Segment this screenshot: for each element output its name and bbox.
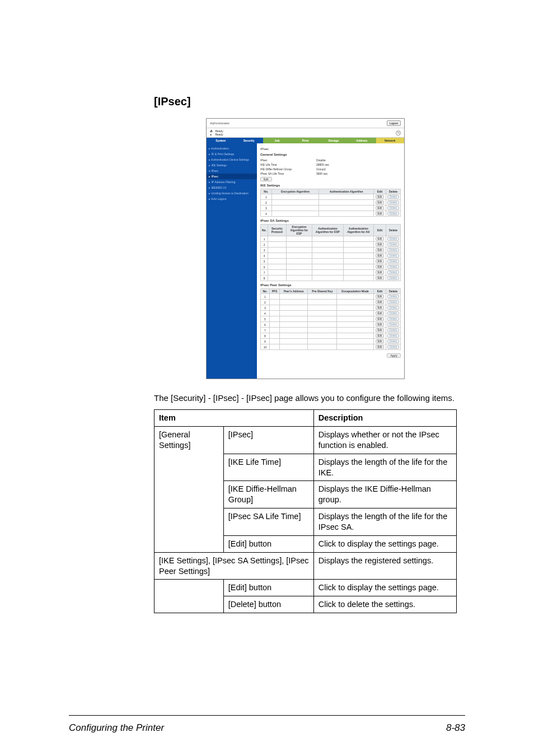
table-cell: Delete: [386, 236, 400, 242]
th-item: Item: [154, 410, 314, 427]
table-cell: [319, 206, 374, 211]
row-delete-button[interactable]: Delete: [387, 345, 399, 349]
row-delete-button[interactable]: Delete: [387, 339, 399, 343]
row-edit-button[interactable]: Edit: [376, 311, 385, 315]
row-edit-button[interactable]: Edit: [376, 206, 385, 210]
row-delete-button[interactable]: Delete: [387, 276, 399, 280]
refresh-icon[interactable]: ↻: [396, 130, 401, 136]
sidebar-item[interactable]: ▸ Limiting Access to Destination: [207, 190, 257, 196]
sidebar-item[interactable]: ▸ Auto Logout: [207, 196, 257, 202]
row-edit-button[interactable]: Edit: [376, 328, 385, 332]
row-edit-button[interactable]: Edit: [376, 295, 385, 298]
row-edit-button[interactable]: Edit: [376, 200, 385, 204]
row-edit-button[interactable]: Edit: [376, 259, 385, 263]
row-delete-button[interactable]: Delete: [387, 265, 399, 269]
row-delete-button[interactable]: Delete: [387, 200, 399, 204]
row-delete-button[interactable]: Delete: [387, 237, 399, 241]
row-edit-button[interactable]: Edit: [376, 265, 385, 269]
row-edit-button[interactable]: Edit: [376, 237, 385, 241]
sidebar-item[interactable]: ▸ IEEE802.1X: [207, 185, 257, 190]
row-delete-button[interactable]: Delete: [387, 242, 399, 246]
table-cell: [312, 248, 343, 253]
logout-button[interactable]: Logout: [387, 120, 401, 126]
row-delete-button[interactable]: Delete: [387, 323, 399, 326]
sidebar-item[interactable]: ▸ ID & Print Settings: [207, 151, 257, 157]
row-edit-button[interactable]: Edit: [376, 339, 385, 343]
kv-value: 28800 sec: [316, 163, 329, 166]
row-delete-button[interactable]: Delete: [387, 195, 399, 199]
kv-row: IPsecDisable: [260, 158, 401, 162]
table-cell: 7: [261, 270, 268, 276]
row-delete-button[interactable]: Delete: [387, 317, 399, 321]
peer-settings-subtitle: IPsec Peer Settings: [260, 283, 401, 287]
row-edit-button[interactable]: Edit: [376, 276, 385, 280]
desc-cell: [General Settings]: [154, 427, 224, 553]
tab-network[interactable]: Network: [376, 138, 404, 143]
row-delete-button[interactable]: Delete: [387, 334, 399, 338]
row-edit-button[interactable]: Edit: [376, 300, 385, 304]
table-cell: [286, 276, 312, 281]
row-delete-button[interactable]: Delete: [387, 328, 399, 332]
apply-button[interactable]: Apply: [387, 353, 401, 358]
row-delete-button[interactable]: Delete: [387, 259, 399, 263]
row-edit-button[interactable]: Edit: [376, 306, 385, 310]
table-cell: Edit: [373, 339, 386, 344]
row-edit-button[interactable]: Edit: [376, 345, 385, 349]
peer-table: No.PFSPeer's AddressPre-Shared KeyEncaps…: [260, 288, 401, 350]
row-edit-button[interactable]: Edit: [376, 323, 385, 326]
toner-icon: ●: [210, 133, 214, 136]
main-title: IPsec: [260, 147, 401, 151]
table-header: Authentication Algorithm for ESP: [312, 225, 343, 236]
sidebar-item[interactable]: ▸ Authentication Device Settings: [207, 157, 257, 162]
table-header: Pre-Shared Key: [308, 289, 337, 294]
table-cell: [308, 305, 337, 311]
row-delete-button[interactable]: Delete: [387, 212, 399, 216]
footer-page-number: 8-83: [446, 722, 465, 734]
table-cell: 6: [261, 322, 270, 328]
tab-job[interactable]: Job: [263, 138, 291, 143]
sa-settings-subtitle: IPsec SA Settings: [260, 219, 401, 222]
row-edit-button[interactable]: Edit: [376, 212, 385, 216]
tab-address[interactable]: Address: [348, 138, 376, 143]
row-delete-button[interactable]: Delete: [387, 248, 399, 252]
tab-security[interactable]: Security: [235, 138, 263, 143]
row-edit-button[interactable]: Edit: [376, 270, 385, 274]
row-edit-button[interactable]: Edit: [376, 248, 385, 252]
sidebar-item[interactable]: ▾ IPsec: [207, 168, 257, 174]
table-row: 4EditDelete: [261, 311, 401, 316]
table-cell: Edit: [373, 206, 386, 211]
table-cell: [271, 211, 318, 217]
sidebar-item[interactable]: ▸ IPsec: [207, 174, 257, 179]
row-edit-button[interactable]: Edit: [376, 254, 385, 258]
table-cell: Delete: [386, 316, 400, 322]
table-cell: Delete: [386, 333, 400, 339]
row-delete-button[interactable]: Delete: [387, 270, 399, 274]
row-delete-button[interactable]: Delete: [387, 295, 399, 298]
table-header: Authentication Algorithm: [319, 189, 374, 194]
table-cell: 3: [261, 248, 268, 253]
row-delete-button[interactable]: Delete: [387, 311, 399, 315]
table-cell: [312, 270, 343, 276]
table-cell: 3: [261, 305, 270, 311]
table-cell: [308, 316, 337, 322]
row-edit-button[interactable]: Edit: [376, 242, 385, 246]
row-delete-button[interactable]: Delete: [387, 206, 399, 210]
table-cell: 8: [261, 333, 270, 339]
row-edit-button[interactable]: Edit: [376, 334, 385, 338]
row-delete-button[interactable]: Delete: [387, 300, 399, 304]
table-cell: 1: [261, 194, 272, 200]
row-edit-button[interactable]: Edit: [376, 195, 385, 199]
row-edit-button[interactable]: Edit: [376, 317, 385, 321]
general-edit-button[interactable]: Edit: [260, 177, 272, 181]
row-delete-button[interactable]: Delete: [387, 306, 399, 310]
sidebar-item[interactable]: ▸ IKE Settings: [207, 162, 257, 168]
sidebar-item[interactable]: ▸ IP Address Filtering: [207, 179, 257, 185]
table-cell: 1: [261, 294, 270, 300]
table-cell: [319, 200, 374, 206]
sidebar-item[interactable]: ▸ Authentication: [207, 146, 257, 151]
table-cell: [337, 344, 374, 350]
row-delete-button[interactable]: Delete: [387, 254, 399, 258]
tab-system[interactable]: System: [207, 138, 235, 143]
tab-storage[interactable]: Storage: [320, 138, 348, 143]
tab-print[interactable]: Print: [291, 138, 319, 143]
